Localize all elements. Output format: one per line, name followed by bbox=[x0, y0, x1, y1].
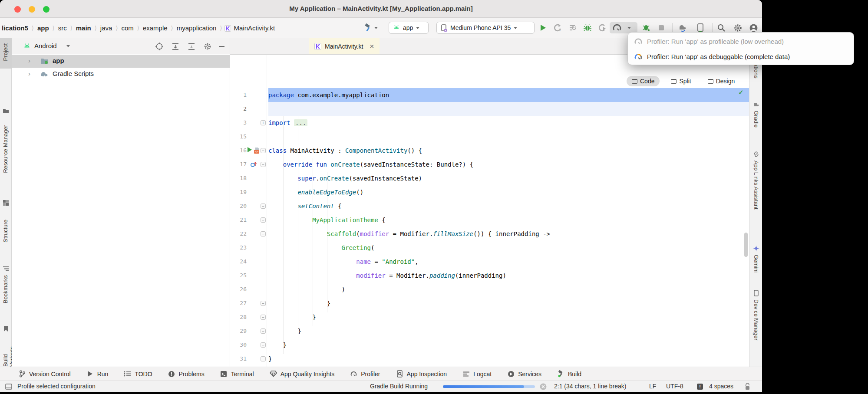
breadcrumb-item[interactable]: lication5 bbox=[1, 24, 29, 32]
fold-marker[interactable]: − bbox=[261, 356, 266, 361]
tree-label[interactable]: Gradle Scripts bbox=[53, 70, 94, 77]
code-line-19[interactable]: enableEdgeToEdge() bbox=[268, 185, 749, 199]
sidebar-item-resource-manager[interactable]: Resource Manager bbox=[2, 125, 9, 173]
breadcrumb-item[interactable]: MainActivity.kt bbox=[233, 24, 276, 32]
notifications-icon[interactable]: ! bbox=[696, 383, 703, 390]
breadcrumb-item[interactable]: example bbox=[142, 24, 168, 32]
layout-dock-icon[interactable] bbox=[5, 383, 12, 390]
breadcrumb-item[interactable]: java bbox=[99, 24, 113, 32]
chevron-right-icon[interactable]: › bbox=[28, 57, 30, 64]
fold-marker[interactable]: − bbox=[261, 162, 266, 167]
debug-button[interactable] bbox=[583, 23, 592, 33]
fold-marker[interactable]: − bbox=[261, 301, 266, 306]
tree-label[interactable]: app bbox=[53, 57, 64, 64]
bookmark-icon[interactable] bbox=[3, 325, 9, 332]
code-line-2[interactable] bbox=[268, 102, 749, 116]
code-line-3[interactable]: import ... bbox=[268, 116, 749, 130]
settings-gear-icon[interactable] bbox=[733, 23, 743, 33]
hide-panel-icon[interactable] bbox=[218, 42, 226, 51]
panel-settings-gear-icon[interactable] bbox=[203, 42, 212, 51]
sidebar-item-device-manager[interactable]: Device Manager bbox=[753, 299, 759, 341]
close-tab-icon[interactable]: ✕ bbox=[369, 43, 374, 50]
breadcrumb-item[interactable]: src bbox=[57, 24, 68, 32]
tree-row-gradle-scripts[interactable]: › Gradle Scripts bbox=[12, 68, 230, 81]
breadcrumb-item[interactable]: myapplication bbox=[176, 24, 218, 32]
mode-design[interactable]: Design bbox=[703, 76, 740, 86]
code-line-23[interactable]: Greeting( bbox=[268, 241, 749, 255]
code-line-24[interactable]: name = "Android", bbox=[268, 255, 749, 269]
code-line-29[interactable]: } bbox=[268, 324, 749, 338]
caret-position-widget[interactable]: 2:1 (34 chars, 1 line break) bbox=[554, 383, 627, 390]
code-line-15[interactable] bbox=[268, 130, 749, 144]
code-line-20[interactable]: setContent { bbox=[268, 199, 749, 213]
code-line-17[interactable]: override fun onCreate(savedInstanceState… bbox=[268, 158, 749, 171]
sidebar-item-bookmarks[interactable]: Bookmarks bbox=[2, 275, 9, 303]
breadcrumb-item[interactable]: app bbox=[36, 24, 50, 32]
structure-icon[interactable] bbox=[3, 266, 9, 272]
sidebar-item-app-links-assistant[interactable]: App Links Assistant bbox=[753, 161, 759, 210]
expand-all-icon[interactable] bbox=[171, 42, 180, 51]
code-line-18[interactable]: super.onCreate(savedInstanceState) bbox=[268, 171, 749, 185]
build-hammer-icon[interactable] bbox=[363, 23, 373, 33]
breadcrumb-item[interactable]: com bbox=[120, 24, 134, 32]
apply-changes-icon[interactable] bbox=[642, 23, 651, 33]
tool-window-button-profiler[interactable]: Profiler bbox=[350, 370, 380, 378]
mode-split[interactable]: Split bbox=[666, 76, 696, 86]
fold-marker[interactable]: − bbox=[261, 148, 266, 153]
compose-preview-gutter-icon[interactable]: <> bbox=[254, 147, 261, 154]
device-select[interactable]: Medium Phone API 35 bbox=[436, 22, 535, 34]
cancel-build-icon[interactable] bbox=[540, 383, 547, 390]
chevron-right-icon[interactable]: › bbox=[28, 70, 30, 77]
mode-code[interactable]: Code bbox=[627, 76, 660, 86]
unlocked-padlock-icon[interactable] bbox=[744, 383, 751, 390]
run-configuration-select[interactable]: app bbox=[389, 22, 429, 34]
editor-scrollbar[interactable] bbox=[744, 233, 748, 257]
tool-window-button-run[interactable]: Run bbox=[86, 370, 109, 378]
collapse-all-icon[interactable] bbox=[187, 42, 196, 51]
resource-manager-icon[interactable] bbox=[3, 200, 9, 206]
folder-icon[interactable] bbox=[3, 108, 9, 114]
code-line-21[interactable]: MyApplicationTheme { bbox=[268, 213, 749, 227]
code-line-27[interactable]: } bbox=[268, 296, 749, 310]
menu-item-profileable[interactable]: Profiler: Run 'app' as profileable (low … bbox=[628, 34, 854, 49]
fold-marker[interactable]: − bbox=[261, 342, 266, 348]
app-links-assistant-icon[interactable] bbox=[753, 151, 759, 158]
indent-widget[interactable]: 4 spaces bbox=[709, 383, 733, 390]
code-line-30[interactable]: } bbox=[268, 338, 749, 352]
run-class-gutter-icon[interactable] bbox=[248, 147, 252, 154]
code-line-22[interactable]: Scaffold(modifier = Modifier.fillMaxSize… bbox=[268, 227, 749, 241]
fold-marker[interactable]: − bbox=[261, 231, 266, 236]
code-line-16[interactable]: class MainActivity : ComponentActivity()… bbox=[268, 144, 749, 158]
fold-marker[interactable]: − bbox=[261, 204, 266, 209]
fold-marker[interactable]: − bbox=[261, 315, 266, 320]
search-everywhere-icon[interactable] bbox=[716, 23, 726, 33]
line-ending-widget[interactable]: LF bbox=[649, 383, 656, 390]
fold-marker[interactable]: − bbox=[261, 217, 266, 223]
code-line-25[interactable]: modifier = Modifier.padding(innerPadding… bbox=[268, 269, 749, 282]
attach-debugger-icon[interactable]: A bbox=[553, 23, 563, 33]
account-avatar-icon[interactable] bbox=[749, 23, 758, 33]
run-with-profile-icon[interactable] bbox=[568, 23, 578, 33]
select-opened-file-icon[interactable] bbox=[155, 42, 164, 51]
gradle-sync-icon[interactable] bbox=[677, 23, 687, 33]
sidebar-item-gemini[interactable]: Gemini bbox=[753, 255, 759, 273]
sidebar-label-project[interactable]: Project bbox=[2, 43, 9, 61]
project-view-dropdown-arrow[interactable] bbox=[66, 45, 70, 47]
tool-window-button-services[interactable]: Services bbox=[507, 370, 541, 378]
tool-window-button-logcat[interactable]: Logcat bbox=[462, 370, 492, 378]
fold-marker[interactable]: − bbox=[261, 328, 266, 334]
device-manager-icon[interactable] bbox=[696, 23, 705, 33]
build-dropdown-arrow[interactable] bbox=[374, 27, 378, 29]
gradle-icon[interactable] bbox=[753, 101, 759, 108]
device-manager-tab-icon[interactable] bbox=[753, 290, 759, 296]
code-line-28[interactable]: } bbox=[268, 310, 749, 324]
tree-row-app[interactable]: › app bbox=[12, 55, 230, 68]
attach-profiler-icon[interactable] bbox=[597, 23, 607, 33]
tool-window-button-terminal[interactable]: Terminal bbox=[220, 370, 254, 378]
tool-window-button-build[interactable]: Build bbox=[557, 370, 581, 378]
encoding-widget[interactable]: UTF-8 bbox=[666, 383, 683, 390]
fold-marker[interactable]: + bbox=[261, 120, 266, 125]
tab-mainactivity[interactable]: MainActivity.kt ✕ bbox=[309, 38, 380, 54]
tool-window-button-app-inspection[interactable]: App Inspection bbox=[396, 370, 447, 378]
project-view-selector[interactable]: Android bbox=[34, 42, 57, 49]
